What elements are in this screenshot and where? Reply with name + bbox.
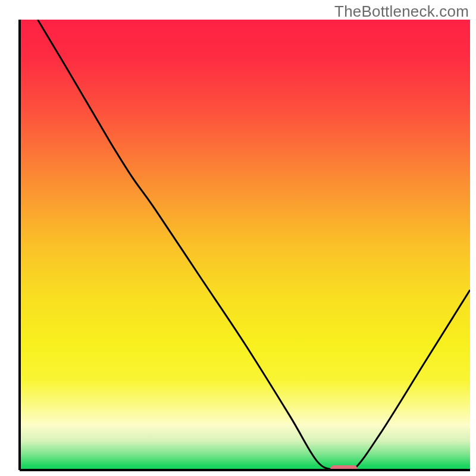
- gradient-background: [20, 20, 470, 470]
- bottleneck-chart: [0, 0, 476, 476]
- chart-container: TheBottleneck.com: [0, 0, 476, 476]
- watermark-text: TheBottleneck.com: [334, 2, 469, 21]
